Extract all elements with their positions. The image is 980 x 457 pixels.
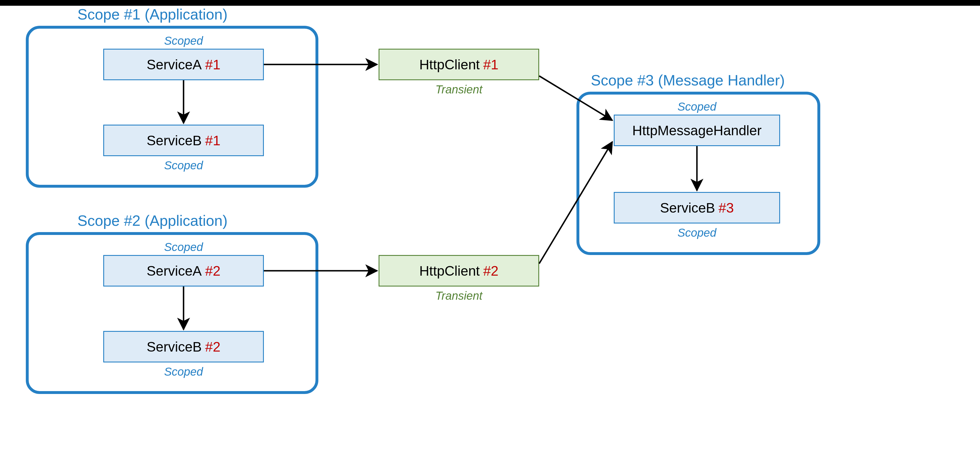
httpclient2-lifetime: Transient (379, 289, 539, 302)
scope2-title: Scope #2 (Application) (78, 212, 228, 229)
serviceB2-box: ServiceB #2 (103, 331, 264, 362)
serviceA1-inst: #1 (205, 57, 220, 73)
diagram-canvas: Scope #1 (Application) Scoped ServiceA #… (0, 0, 980, 457)
handler-lifetime: Scoped (614, 100, 780, 113)
serviceA1-name: ServiceA (146, 57, 202, 73)
httpclient2-inst: #2 (483, 263, 498, 279)
serviceA2-inst: #2 (205, 263, 220, 279)
httpclient1-lifetime: Transient (379, 83, 539, 96)
serviceB1-name: ServiceB (146, 133, 202, 148)
httpclient1-inst: #1 (483, 57, 498, 73)
handler-name: HttpMessageHandler (632, 123, 762, 138)
serviceA2-box: ServiceA #2 (103, 255, 264, 287)
serviceB3-inst: #3 (718, 200, 733, 216)
serviceA2-lifetime: Scoped (103, 241, 264, 254)
httpclient2-name: HttpClient (419, 263, 480, 279)
handler-box: HttpMessageHandler (614, 114, 780, 146)
httpclient2-box: HttpClient #2 (379, 255, 539, 287)
serviceB2-inst: #2 (205, 339, 220, 355)
serviceA1-box: ServiceA #1 (103, 49, 264, 80)
serviceA1-lifetime: Scoped (103, 34, 264, 47)
httpclient1-name: HttpClient (419, 57, 480, 73)
scope1-title: Scope #1 (Application) (78, 6, 228, 23)
scope3-title: Scope #3 (Message Handler) (591, 71, 785, 89)
top-black-bar (0, 0, 980, 6)
serviceB3-box: ServiceB #3 (614, 192, 780, 224)
httpclient1-box: HttpClient #1 (379, 49, 539, 80)
serviceB3-name: ServiceB (660, 200, 715, 216)
serviceB1-lifetime: Scoped (103, 159, 264, 172)
serviceB1-box: ServiceB #1 (103, 125, 264, 156)
serviceB2-name: ServiceB (146, 339, 202, 355)
serviceB2-lifetime: Scoped (103, 365, 264, 378)
serviceB1-inst: #1 (205, 133, 220, 148)
serviceA2-name: ServiceA (146, 263, 202, 279)
serviceB3-lifetime: Scoped (614, 226, 780, 239)
